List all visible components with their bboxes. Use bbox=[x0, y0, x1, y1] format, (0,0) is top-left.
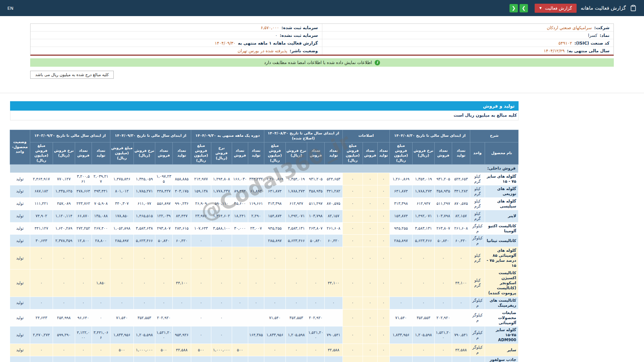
sub-column-header: مبلغ فروش (میلیون ریال) bbox=[110, 142, 133, 164]
value-cell: ۹۶,۶۴۰ bbox=[75, 309, 92, 326]
value-cell: ۱۲,۸۰۰ bbox=[75, 235, 92, 247]
product-status: تولید bbox=[10, 173, 30, 185]
value-cell: ۰ bbox=[211, 297, 232, 309]
value-cell: ۰ bbox=[53, 247, 75, 269]
value-cell: ۰ bbox=[389, 356, 412, 362]
sub-column-header: تعداد فروش bbox=[435, 142, 452, 164]
value-cell: ۸۷۰,۵۷۵ bbox=[452, 197, 470, 210]
language-toggle[interactable]: EN bbox=[7, 6, 13, 11]
info-value: کسرا bbox=[588, 33, 597, 38]
value-cell: ۰ bbox=[377, 210, 389, 222]
value-cell: ۰ bbox=[377, 173, 389, 185]
value-cell: ۰ bbox=[211, 247, 232, 269]
value-cell: ۱۶۴,۳۸۵ bbox=[248, 326, 264, 344]
value-cell: ۱۲۲,۰۳۹ bbox=[155, 210, 172, 222]
name-column-header: نام محصول bbox=[485, 142, 519, 164]
value-cell: ۰ bbox=[363, 344, 377, 356]
info-row: وضعیت ناشر:پذیرفته شده در بورس تهران bbox=[31, 47, 322, 55]
value-cell: ۲۰,۰۰۰ bbox=[172, 356, 191, 362]
value-cell: ۲۰,۰۰۰ bbox=[324, 356, 342, 362]
value-cell: ۵۰۰ bbox=[232, 344, 248, 356]
value-cell: ۵۲۴,۶۵۳ bbox=[324, 173, 342, 185]
report-type-dropdown[interactable]: گزارش فعالیت ▼ bbox=[535, 4, 577, 13]
nav-forward-button[interactable]: ❯ bbox=[520, 4, 528, 12]
section-header: تولید و فروش bbox=[10, 101, 519, 111]
value-cell: ۰ bbox=[377, 326, 389, 344]
value-cell: ۱,۲۰۵,۵۹۸ bbox=[133, 326, 155, 344]
info-icon: i bbox=[375, 60, 380, 65]
value-cell: ۰ bbox=[211, 269, 232, 297]
value-cell: ۱,۷۸۸,۲۷۴ bbox=[413, 185, 435, 197]
value-cell: ۰ bbox=[191, 297, 211, 309]
nav-back-button[interactable]: ❮ bbox=[509, 4, 518, 12]
value-cell: ۱,۵۲۱,۲۰۰ bbox=[307, 326, 324, 344]
unit-column-header: واحد bbox=[470, 142, 485, 164]
value-cell: ۳۵۲,۵۵۳ bbox=[413, 309, 435, 326]
value-cell: ۶۰,۴۲۰ bbox=[324, 235, 342, 247]
value-cell: ۰ bbox=[248, 247, 264, 269]
product-row: گلوله های سایز ۷۵ - ۱۵کیلو گرم۵۲۴,۶۵۳۹۳۱… bbox=[10, 173, 518, 185]
value-cell: ۰ bbox=[363, 185, 377, 197]
value-cell: ۹۳۱,۲۰۵ bbox=[307, 173, 324, 185]
value-cell: ۴۰۳,۱۷۵ bbox=[172, 185, 191, 197]
table-currency-note: کلیه مبالغ به میلیون ریال است bbox=[10, 111, 519, 120]
value-cell: ۵,۶۲۳,۴۶۶ bbox=[413, 235, 435, 247]
info-row: نماد:کسرا bbox=[322, 32, 614, 39]
value-cell: ۰ bbox=[248, 297, 264, 309]
value-cell: ۰ bbox=[342, 185, 363, 197]
value-cell: ۰ bbox=[363, 210, 377, 222]
value-cell: ۰ bbox=[92, 297, 110, 309]
value-cell: ۰ bbox=[342, 344, 363, 356]
value-cell: ۵۰,۸۴۰ bbox=[435, 235, 452, 247]
page-title: گزارش فعالیت ماهانه bbox=[581, 5, 626, 11]
value-cell: ۰ bbox=[363, 297, 377, 309]
value-cell: ۰ bbox=[377, 344, 389, 356]
sub-column-header: تعداد تولید bbox=[452, 142, 470, 164]
product-name: لاینر bbox=[485, 210, 519, 222]
info-row: سرمایه ثبت نشده:۰ bbox=[31, 32, 322, 39]
value-cell: ۰ bbox=[155, 297, 172, 309]
value-cell: ۸۰۱,۰۱۲ bbox=[110, 185, 133, 197]
info-row: سال مالی منتهی به:۱۴۰۴/۱۲/۲۹ bbox=[322, 47, 614, 55]
sub-column-header: مبلغ فروش (میلیون ریال) bbox=[264, 142, 285, 164]
value-cell: ۲,۳۷۸,۳۵۹ bbox=[53, 235, 75, 247]
value-cell: ۲۸۴,۶۱۵ bbox=[172, 222, 191, 235]
report-type-dropdown-label: گزارش فعالیت bbox=[545, 6, 572, 11]
value-cell: ۱,۸۳۳,۹۵۶ bbox=[389, 326, 412, 344]
value-cell: ۰ bbox=[377, 235, 389, 247]
value-cell: ۴۴,۱۰۰ bbox=[172, 269, 191, 297]
value-cell: ۶۰,۴۲۰ bbox=[452, 235, 470, 247]
value-cell: ۵۲۴,۶۵۳ bbox=[452, 173, 470, 185]
product-status: تولید bbox=[10, 309, 30, 326]
product-status: تولید bbox=[10, 197, 30, 210]
chevron-left-icon: ❮ bbox=[512, 6, 516, 10]
value-cell: ۰ bbox=[363, 247, 377, 269]
value-cell: ۶۴۱,۸۷۴ bbox=[264, 185, 285, 197]
product-name: گلوله های سایز ۷۵ - ۱۵ bbox=[485, 173, 519, 185]
value-cell bbox=[248, 235, 264, 247]
value-cell: ۶۰,۴۲۰ bbox=[172, 235, 191, 247]
group-header: دوره یک ماهه منتهی به ۱۴۰۴/۰۹/۳۰ bbox=[191, 130, 264, 142]
sub-column-header: مبلغ فروش (میلیون ریال) bbox=[342, 142, 363, 164]
value-cell: ۰ bbox=[30, 344, 53, 356]
value-cell: ۰ bbox=[342, 269, 363, 297]
sub-column-header: تعداد تولید bbox=[324, 142, 342, 164]
value-cell: ۰ bbox=[232, 247, 248, 269]
product-name: کاتالیست های ریفرمینگ bbox=[485, 297, 519, 309]
value-cell: ۱,۴۶۵,۵۱۵ bbox=[133, 210, 155, 222]
value-cell: ۵۰,۸۴۰ bbox=[307, 235, 324, 247]
value-cell: ۷۰۵,۹۰۸ bbox=[92, 197, 110, 210]
company-info-box: شرکت:سرامیکهای صنعتي اردکاننماد:کسراکد ص… bbox=[30, 23, 614, 56]
value-cell: ۱,۳۱۴,۶۰۲ bbox=[211, 210, 232, 222]
value-cell: ۰ bbox=[363, 269, 377, 297]
value-cell: ۰ bbox=[377, 197, 389, 210]
group-header: از ابتدای سال مالی تا تاریخ ۱۴۰۴/۰۸/۳۰ (… bbox=[264, 130, 342, 142]
value-cell: ۱۳۵,۰۸۸ bbox=[92, 210, 110, 222]
value-cell: ۰ bbox=[191, 247, 211, 269]
info-value: ۱۴۰۴/۱۲/۲۹ bbox=[544, 48, 565, 53]
value-cell: ۱۵۴,۸۷۴ bbox=[264, 210, 285, 222]
value-cell: ۰ bbox=[264, 344, 285, 356]
value-cell: ۹۵۴,۹۲۶ bbox=[172, 326, 191, 344]
value-cell: ۰ bbox=[75, 247, 92, 269]
report-clipboard-icon bbox=[630, 5, 637, 11]
